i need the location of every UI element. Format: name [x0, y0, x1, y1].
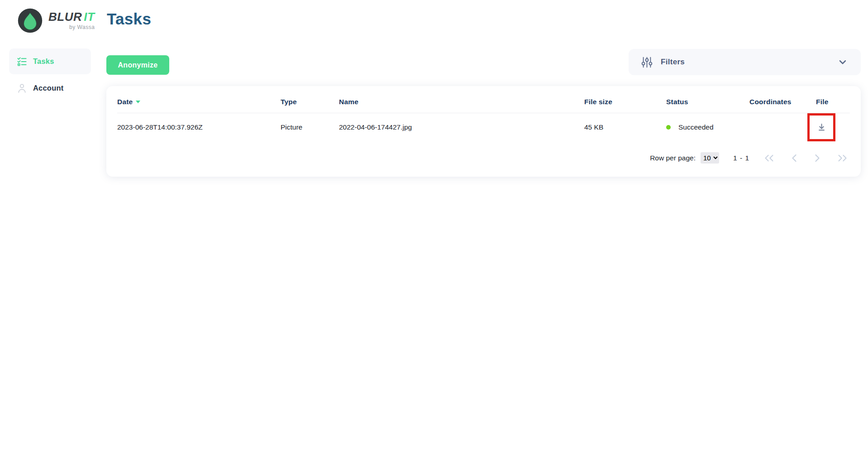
last-page-button[interactable]: [835, 152, 850, 164]
first-page-button[interactable]: [762, 152, 777, 164]
last-page-icon: [837, 154, 848, 162]
sidebar-item-tasks[interactable]: Tasks: [9, 48, 91, 74]
logo-drop-icon: [17, 8, 43, 34]
cell-status: Succeeded: [666, 113, 749, 142]
next-page-button[interactable]: [812, 152, 823, 164]
sidebar: Tasks Account: [9, 48, 91, 99]
brand-byline: by Wassa: [69, 24, 95, 30]
brand-wordmark: BLURIT by Wassa: [48, 11, 95, 30]
column-header-status: Status: [666, 86, 749, 113]
page-range-label: 1 - 1: [733, 154, 749, 162]
cell-date: 2023-06-28T14:00:37.926Z: [117, 113, 281, 142]
column-header-name: Name: [339, 86, 584, 113]
chevron-down-icon[interactable]: [837, 56, 849, 68]
filters-expander[interactable]: Filters: [629, 49, 861, 75]
brand-logo[interactable]: BLURIT by Wassa: [17, 8, 95, 34]
tasks-table: Date Type Name File size Status Coordina…: [117, 86, 850, 141]
prev-page-button[interactable]: [789, 152, 800, 164]
cell-type: Picture: [281, 113, 339, 142]
sort-desc-icon: [136, 101, 140, 103]
table-row: 2023-06-28T14:00:37.926Z Picture 2022-04…: [117, 113, 850, 142]
sliders-icon: [641, 56, 653, 68]
page-title: Tasks: [107, 10, 151, 28]
person-icon: [17, 83, 27, 93]
next-page-icon: [814, 154, 821, 162]
pagination-bar: Row per page: 10 1 - 1: [117, 141, 850, 174]
rows-per-page-select[interactable]: 10: [701, 152, 719, 164]
filters-label: Filters: [661, 58, 685, 67]
cell-file: [816, 113, 850, 142]
sidebar-item-account[interactable]: Account: [9, 77, 91, 99]
brand-secondary: IT: [84, 10, 95, 24]
status-badge: Succeeded: [678, 123, 714, 131]
download-icon: [816, 122, 827, 133]
column-header-file-size: File size: [584, 86, 666, 113]
red-highlight-box: [807, 113, 835, 141]
status-dot-icon: [666, 125, 671, 130]
rows-per-page-label: Row per page:: [650, 154, 696, 162]
column-header-type: Type: [281, 86, 339, 113]
column-header-coordinates: Coordinates: [749, 86, 816, 113]
app-page: BLURIT by Wassa Tasks Tasks Account Anon…: [0, 0, 868, 458]
checklist-icon: [17, 56, 27, 67]
brand-primary: BLUR: [48, 10, 82, 24]
table-header-row: Date Type Name File size Status Coordina…: [117, 86, 850, 113]
column-header-file: File: [816, 86, 850, 113]
sidebar-item-label: Account: [33, 84, 63, 92]
tasks-table-card: Date Type Name File size Status Coordina…: [106, 86, 861, 177]
cell-coordinates: [749, 113, 816, 142]
toolbar: Anonymize Filters: [106, 48, 861, 75]
sidebar-item-label: Tasks: [33, 57, 54, 66]
download-file-button[interactable]: [814, 120, 830, 135]
cell-file-size: 45 KB: [584, 113, 666, 142]
main-content: Anonymize Filters: [106, 48, 861, 177]
first-page-icon: [763, 154, 775, 162]
column-header-date[interactable]: Date: [117, 86, 281, 113]
anonymize-button[interactable]: Anonymize: [106, 55, 169, 75]
prev-page-icon: [791, 154, 798, 162]
cell-name: 2022-04-06-174427.jpg: [339, 113, 584, 142]
